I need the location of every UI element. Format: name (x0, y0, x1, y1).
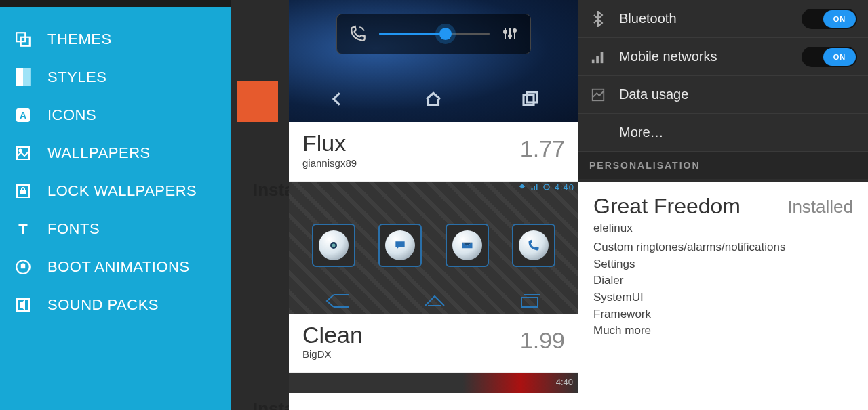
data-usage-icon (589, 86, 607, 104)
home-icon[interactable] (421, 292, 448, 310)
preview-time: 4:40 (555, 182, 574, 192)
styles-icon (14, 68, 33, 87)
mail-app-icon[interactable] (446, 224, 489, 267)
svg-point-26 (544, 184, 549, 190)
background-text: Insta (253, 180, 294, 201)
preview-time: 4:40 (556, 377, 573, 387)
wallpapers-icon (14, 144, 33, 163)
theme-feature: Dialer (593, 272, 853, 289)
theme-feature: Custom ringtones/alarms/notifications (593, 239, 853, 256)
sidebar-item-styles[interactable]: STYLES (0, 58, 231, 96)
bluetooth-icon (589, 10, 607, 28)
fonts-icon: T (14, 220, 33, 239)
theme-preview-clean[interactable]: 4:40 (289, 182, 578, 314)
svg-point-18 (509, 35, 511, 37)
volume-thumb[interactable] (439, 28, 452, 40)
theme-author: elelinux (593, 222, 853, 235)
preview-navbar-clean (289, 292, 578, 310)
panel-theme-list: Flux giannisgx89 1.77 4:40 Clean BigDX (289, 0, 578, 410)
svg-rect-24 (534, 186, 535, 190)
svg-marker-14 (20, 301, 24, 309)
sidebar-item-label: ICONS (47, 106, 96, 124)
sidebar-item-lock-wallpapers[interactable]: LOCK WALLPAPERS (0, 172, 231, 210)
settings-label: More… (619, 125, 857, 140)
preview-navbar (289, 83, 578, 115)
theme-card-flux[interactable]: Flux giannisgx89 1.77 (289, 122, 578, 182)
phone-ring-icon (349, 25, 367, 43)
sidebar-drawer: THEMES STYLES A ICONS WALLPAPERS LOCK WA… (0, 7, 231, 410)
theme-feature: SystemUI (593, 289, 853, 306)
svg-rect-34 (592, 59, 595, 63)
theme-price: 1.77 (520, 136, 565, 162)
settings-label: Data usage (619, 87, 857, 102)
settings-row-bluetooth[interactable]: Bluetooth ON (578, 0, 868, 38)
phone-app-icon[interactable] (512, 224, 555, 267)
panel-sidebar-screenshot: Insta Insta THEMES STYLES A ICONS WALLPA… (0, 0, 289, 410)
sidebar-item-wallpapers[interactable]: WALLPAPERS (0, 134, 231, 172)
dimmed-background (231, 0, 289, 410)
theme-card-clean[interactable]: Clean BigDX 1.99 (289, 314, 578, 373)
svg-point-20 (513, 29, 516, 32)
background-tile (237, 81, 278, 122)
lock-wallpapers-icon (14, 182, 33, 201)
messages-app-icon[interactable] (378, 224, 422, 267)
sidebar-item-label: THEMES (47, 30, 112, 48)
sidebar-item-label: LOCK WALLPAPERS (47, 182, 197, 200)
theme-price: 1.99 (520, 327, 565, 354)
background-text: Insta (253, 398, 294, 410)
settings-row-more[interactable]: More… (578, 114, 868, 152)
svg-rect-3 (23, 68, 31, 86)
back-icon[interactable] (324, 292, 351, 310)
theme-install-status: Installed (787, 197, 853, 218)
settings-label: Bluetooth (619, 11, 802, 26)
sidebar-item-icons[interactable]: A ICONS (0, 96, 231, 134)
signal-icon (589, 48, 607, 66)
sidebar-item-label: BOOT ANIMATIONS (47, 258, 190, 276)
theme-feature: Framework (593, 306, 853, 323)
theme-author: giannisgx89 (302, 157, 357, 169)
svg-rect-9 (21, 190, 25, 194)
sidebar-item-fonts[interactable]: T FONTS (0, 210, 231, 248)
camera-app-icon[interactable] (312, 224, 355, 267)
icons-icon: A (14, 106, 33, 125)
preview-dock (289, 224, 578, 267)
toggle-state: ON (823, 10, 856, 28)
svg-rect-35 (596, 56, 599, 63)
sidebar-item-label: FONTS (47, 220, 100, 238)
back-icon[interactable] (327, 89, 347, 109)
sound-packs-icon (14, 295, 33, 314)
settings-preview: Bluetooth ON Mobile networks ON Data usa… (578, 0, 868, 182)
settings-section-header: PERSONALISATION (578, 152, 868, 179)
theme-preview-flux[interactable] (289, 0, 578, 122)
svg-text:T: T (18, 221, 28, 237)
svg-rect-25 (536, 184, 537, 190)
volume-fill (379, 33, 446, 35)
settings-row-mobile-networks[interactable]: Mobile networks ON (578, 38, 868, 76)
volume-slider[interactable] (379, 33, 490, 35)
sidebar-item-boot-animations[interactable]: BOOT ANIMATIONS (0, 248, 231, 286)
theme-preview-strip: 4:40 (289, 373, 578, 393)
svg-point-7 (20, 150, 22, 152)
toggle-mobile-networks[interactable]: ON (802, 47, 857, 67)
sidebar-item-label: SOUND PACKS (47, 296, 159, 314)
panel-theme-detail: Bluetooth ON Mobile networks ON Data usa… (578, 0, 868, 410)
theme-feature: Much more (593, 323, 853, 340)
recents-icon[interactable] (520, 89, 540, 109)
sidebar-item-label: STYLES (47, 68, 106, 86)
sidebar-item-sound-packs[interactable]: SOUND PACKS (0, 286, 231, 324)
theme-title: Clean (302, 323, 363, 348)
recents-icon[interactable] (519, 292, 543, 310)
equalizer-icon[interactable] (502, 26, 518, 42)
theme-feature: Settings (593, 256, 853, 273)
svg-text:A: A (20, 110, 26, 121)
theme-author: BigDX (302, 348, 363, 360)
sidebar-item-label: WALLPAPERS (47, 144, 151, 162)
sidebar-item-themes[interactable]: THEMES (0, 20, 231, 58)
svg-rect-12 (22, 265, 24, 268)
toggle-bluetooth[interactable]: ON (802, 9, 857, 29)
settings-row-data-usage[interactable]: Data usage (578, 76, 868, 114)
home-icon[interactable] (423, 89, 443, 109)
volume-panel (336, 14, 531, 54)
svg-point-28 (332, 243, 336, 247)
svg-rect-2 (16, 68, 23, 86)
